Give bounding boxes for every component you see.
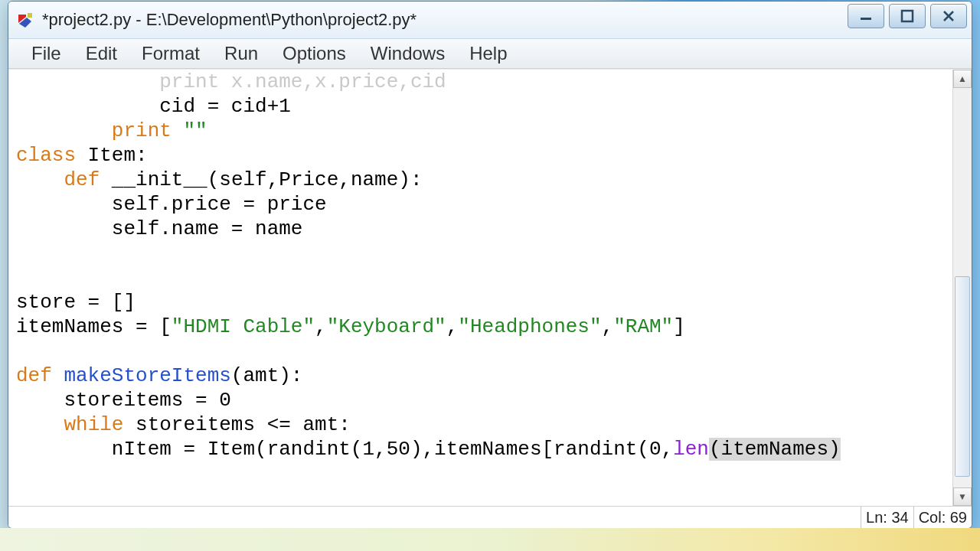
status-bar: Ln: 34 Col: 69 bbox=[8, 506, 972, 528]
title-bar[interactable]: *project2.py - E:\Development\Python\pro… bbox=[8, 2, 972, 39]
menu-options[interactable]: Options bbox=[270, 41, 358, 66]
menu-run[interactable]: Run bbox=[212, 41, 270, 66]
menu-bar: File Edit Format Run Options Windows Hel… bbox=[8, 39, 972, 69]
idle-app-icon bbox=[16, 11, 34, 29]
menu-help[interactable]: Help bbox=[457, 41, 519, 66]
window-title: *project2.py - E:\Development\Python\pro… bbox=[42, 10, 416, 30]
maximize-button[interactable] bbox=[889, 4, 926, 28]
status-line: Ln: 34 bbox=[861, 507, 913, 528]
svg-rect-2 bbox=[902, 11, 913, 21]
scroll-up-arrow-icon[interactable]: ▲ bbox=[953, 70, 972, 88]
scroll-down-arrow-icon[interactable]: ▼ bbox=[953, 487, 972, 506]
code-editor[interactable]: print x.name,x.price,cid cid = cid+1 pri… bbox=[8, 70, 952, 506]
menu-file[interactable]: File bbox=[19, 41, 74, 66]
svg-rect-1 bbox=[861, 18, 871, 20]
scroll-thumb[interactable] bbox=[955, 276, 970, 477]
window-controls bbox=[848, 4, 967, 28]
vertical-scrollbar[interactable]: ▲ ▼ bbox=[952, 70, 972, 506]
close-button[interactable] bbox=[930, 4, 967, 28]
menu-format[interactable]: Format bbox=[129, 41, 212, 66]
svg-rect-0 bbox=[28, 13, 32, 18]
menu-windows[interactable]: Windows bbox=[358, 41, 457, 66]
idle-window: *project2.py - E:\Development\Python\pro… bbox=[8, 1, 972, 529]
menu-edit[interactable]: Edit bbox=[74, 41, 129, 66]
taskbar-hint bbox=[0, 528, 980, 551]
status-col: Col: 69 bbox=[913, 507, 972, 528]
editor-area: print x.name,x.price,cid cid = cid+1 pri… bbox=[8, 69, 972, 506]
minimize-button[interactable] bbox=[848, 4, 884, 28]
